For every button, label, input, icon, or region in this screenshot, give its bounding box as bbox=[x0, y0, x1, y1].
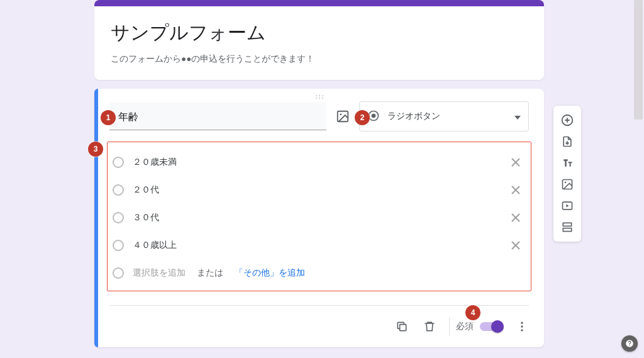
callout-badge-4: 4 bbox=[465, 305, 480, 320]
svg-point-1 bbox=[318, 95, 319, 96]
remove-option-button[interactable] bbox=[508, 210, 523, 225]
scrollbar-thumb[interactable] bbox=[634, 0, 643, 120]
question-title-field[interactable] bbox=[109, 103, 326, 130]
option-row[interactable]: ２０歳未満 bbox=[111, 148, 527, 176]
option-label[interactable]: ２０歳未満 bbox=[133, 157, 499, 168]
add-image-button[interactable] bbox=[556, 174, 579, 195]
svg-rect-19 bbox=[563, 228, 571, 232]
svg-point-7 bbox=[340, 113, 341, 115]
option-label[interactable]: ４０歳以上 bbox=[133, 240, 499, 251]
callout-badge-3: 3 bbox=[88, 142, 103, 157]
remove-option-button[interactable] bbox=[508, 155, 523, 170]
side-toolbar bbox=[553, 106, 581, 242]
question-type-label: ラジオボタン bbox=[387, 111, 507, 122]
svg-point-9 bbox=[372, 113, 376, 118]
radio-empty-icon bbox=[113, 184, 124, 196]
remove-option-button[interactable] bbox=[508, 238, 523, 253]
svg-point-5 bbox=[321, 98, 323, 99]
add-option-placeholder[interactable]: 選択肢を追加 bbox=[133, 267, 186, 279]
add-option-row: 選択肢を追加 または 「その他」を追加 bbox=[111, 259, 527, 287]
form-header-card: サンプルフォーム このフォームから●●の申込を行うことができます！ bbox=[94, 6, 544, 80]
add-video-button[interactable] bbox=[556, 195, 579, 216]
add-title-button[interactable] bbox=[556, 152, 579, 174]
options-annotation-box: ２０歳未満 ２０代 ３０代 ４０歳 bbox=[107, 142, 531, 291]
add-section-button[interactable] bbox=[556, 216, 579, 238]
svg-rect-10 bbox=[400, 325, 406, 331]
drag-handle-icon[interactable] bbox=[94, 89, 544, 101]
remove-option-button[interactable] bbox=[508, 182, 523, 198]
add-image-icon[interactable] bbox=[335, 109, 350, 124]
question-title-input[interactable] bbox=[118, 112, 318, 123]
radio-empty-icon bbox=[113, 212, 124, 223]
option-label[interactable]: ２０代 bbox=[133, 184, 499, 196]
radio-empty-icon bbox=[113, 240, 124, 251]
svg-point-11 bbox=[521, 322, 523, 324]
svg-point-12 bbox=[521, 325, 523, 327]
required-label: 必須 bbox=[456, 321, 474, 332]
svg-point-3 bbox=[315, 98, 316, 99]
svg-point-16 bbox=[565, 182, 567, 184]
active-card-accent bbox=[94, 89, 98, 347]
or-text: または bbox=[197, 267, 223, 279]
import-questions-button[interactable] bbox=[556, 131, 579, 152]
callout-badge-2: 2 bbox=[355, 110, 370, 125]
svg-rect-18 bbox=[563, 223, 571, 226]
form-container: サンプルフォーム このフォームから●●の申込を行うことができます！ bbox=[94, 0, 544, 347]
add-other-button[interactable]: 「その他」を追加 bbox=[235, 267, 305, 279]
radio-empty-icon bbox=[113, 157, 124, 168]
callout-badge-1: 1 bbox=[101, 110, 116, 125]
svg-point-2 bbox=[321, 95, 323, 96]
required-toggle[interactable] bbox=[480, 322, 502, 331]
form-title[interactable]: サンプルフォーム bbox=[111, 20, 528, 46]
delete-button[interactable] bbox=[416, 313, 443, 340]
question-header-row: ラジオボタン bbox=[94, 101, 544, 135]
more-menu-button[interactable] bbox=[509, 313, 535, 340]
duplicate-button[interactable] bbox=[389, 313, 415, 340]
option-row[interactable]: ３０代 bbox=[111, 204, 527, 232]
option-row[interactable]: ２０代 bbox=[111, 176, 527, 204]
form-accent-bar bbox=[94, 0, 544, 6]
radio-empty-icon bbox=[113, 267, 124, 279]
question-type-select[interactable]: ラジオボタン bbox=[359, 101, 529, 131]
svg-point-0 bbox=[315, 95, 316, 96]
help-button[interactable] bbox=[621, 335, 638, 352]
form-description[interactable]: このフォームから●●の申込を行うことができます！ bbox=[111, 53, 528, 65]
option-label[interactable]: ３０代 bbox=[133, 212, 499, 223]
add-question-button[interactable] bbox=[556, 109, 579, 131]
divider bbox=[449, 317, 450, 336]
svg-point-4 bbox=[318, 98, 319, 99]
svg-point-13 bbox=[521, 329, 523, 331]
chevron-down-icon bbox=[514, 111, 521, 121]
option-row[interactable]: ４０歳以上 bbox=[111, 232, 527, 259]
